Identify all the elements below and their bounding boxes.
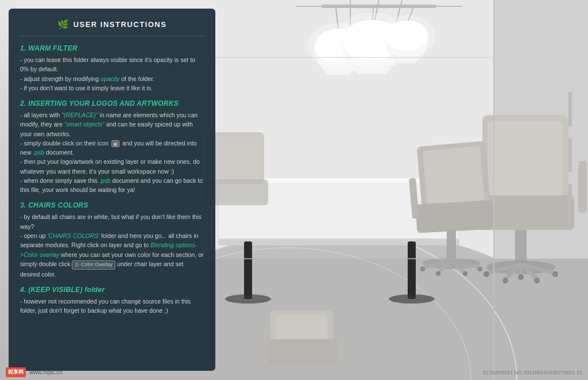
svg-rect-72 [211, 137, 260, 180]
svg-rect-68 [265, 339, 338, 365]
blending-highlight: Blending options->Color overlay [20, 241, 197, 258]
section-1-title: 1. WARM FILTER [20, 44, 204, 52]
section-4-body: - however not recommended you can change… [20, 297, 204, 316]
leaf-icon: 🌿 [57, 19, 69, 30]
svg-rect-53 [423, 146, 485, 205]
svg-rect-10 [322, 5, 436, 8]
svg-point-34 [389, 294, 435, 304]
svg-rect-33 [408, 241, 416, 299]
section-3: 3. CHAIRS COLORS - by default all chairs… [20, 201, 204, 279]
svg-rect-75 [568, 138, 572, 172]
svg-rect-70 [339, 328, 346, 365]
section-4: 4. (KEEP VISIBLE) folder - however not r… [20, 286, 204, 316]
svg-point-49 [502, 278, 508, 283]
svg-point-50 [534, 278, 540, 283]
color-overlay-badge: ⊙ Color Overlay [72, 260, 115, 270]
section-2-title: 2. INSERTING YOUR LOGOS AND ARTWORKS [20, 99, 204, 108]
svg-rect-30 [218, 239, 459, 245]
svg-point-25 [390, 63, 423, 72]
svg-rect-74 [568, 92, 572, 126]
nipic-logo: 昵享网 [6, 367, 26, 377]
svg-point-51 [518, 274, 524, 280]
svg-rect-36 [488, 121, 563, 195]
svg-point-62 [420, 267, 425, 271]
svg-rect-39 [578, 161, 587, 213]
section-2: 2. INSERTING YOUR LOGOS AND ARTWORKS - a… [20, 99, 204, 194]
opacity-highlight: opacity [100, 75, 119, 82]
svg-rect-4 [201, 259, 588, 380]
svg-rect-31 [244, 241, 252, 299]
chairs-colors-highlight: 'CHAIRS COLORS' [47, 232, 99, 239]
replace-text-highlight: "(REPLACE)" [61, 112, 98, 118]
psb-text-1: .psb [33, 149, 44, 156]
watermark-id: ID:31858261 NO:202106161638279521 22 [483, 370, 582, 375]
instruction-panel: 🌿 USER INSTRUCTIONS 1. WARM FILTER - you… [9, 9, 215, 371]
section-3-title: 3. CHAIRS COLORS [20, 201, 204, 209]
panel-title: USER INSTRUCTIONS [74, 20, 167, 29]
svg-point-27 [378, 15, 435, 56]
svg-point-65 [463, 271, 467, 276]
section-1-body: - you can leave this folder always visib… [20, 55, 204, 93]
svg-point-47 [483, 271, 489, 277]
watermark-left: 昵享网 www.nipic.cn [6, 367, 63, 377]
svg-rect-40 [515, 230, 527, 264]
svg-point-63 [478, 267, 482, 271]
smart-objects-highlight: "smart objects" [64, 121, 105, 128]
svg-rect-56 [447, 230, 456, 262]
svg-point-64 [436, 271, 440, 276]
smart-obj-icon: ▣ [111, 140, 119, 147]
svg-point-32 [225, 294, 271, 304]
section-1: 1. WARM FILTER - you can leave this fold… [20, 44, 204, 93]
panel-header: 🌿 USER INSTRUCTIONS [20, 19, 204, 36]
room-scene-svg [201, 0, 588, 380]
section-2-body: - all layers with "(REPLACE)" in name ar… [20, 110, 204, 194]
psb-text-2: .psb [99, 177, 111, 184]
watermark-bar: 昵享网 www.nipic.cn ID:31858261 NO:20210616… [0, 367, 588, 377]
svg-point-48 [552, 271, 558, 277]
svg-point-20 [349, 74, 395, 87]
svg-rect-54 [416, 200, 494, 233]
svg-rect-69 [261, 328, 268, 365]
section-4-title: 4. (KEEP VISIBLE) folder [20, 286, 204, 294]
watermark-url: www.nipic.cn [29, 369, 63, 375]
svg-rect-76 [568, 184, 572, 218]
section-3-body: - by default all chairs are in white, bu… [20, 212, 204, 279]
